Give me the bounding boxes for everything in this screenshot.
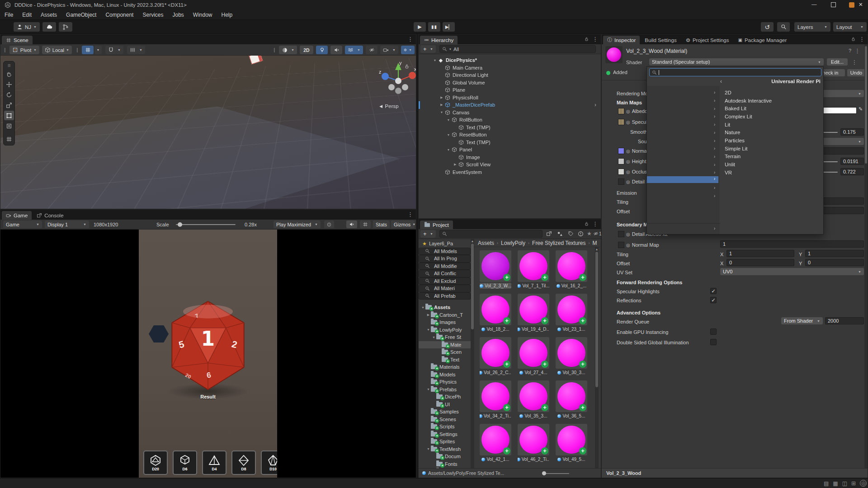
- hierarchy-item[interactable]: Global Volume ›: [419, 79, 601, 87]
- scale-slider-handle[interactable]: [178, 222, 182, 227]
- project-folder-item[interactable]: + Images: [419, 319, 471, 326]
- render-queue-dropdown[interactable]: From Shader▼: [781, 317, 823, 324]
- expand-arrow[interactable]: ▼: [446, 118, 451, 122]
- handle-orientation-dropdown[interactable]: Local▼: [42, 46, 72, 54]
- expand-arrow[interactable]: ▼: [439, 111, 444, 114]
- shader-menu-item[interactable]: › Unlit: [647, 160, 823, 169]
- close-button[interactable]: ✕: [859, 1, 863, 8]
- tab-project[interactable]: Project: [420, 221, 453, 229]
- create-asset-button[interactable]: +▼: [420, 230, 436, 238]
- asset-tile[interactable]: + Vol_2_3_W...: [480, 250, 511, 289]
- tab-package-manager[interactable]: ▣ Package Manager: [734, 36, 791, 44]
- hierarchy-item[interactable]: ▼ ResetButton ›: [419, 131, 601, 139]
- create-gameobject-button[interactable]: +▼: [420, 45, 436, 53]
- asset-tile[interactable]: + Vol_49_5...: [556, 424, 587, 462]
- layout-dropdown[interactable]: Layout▼: [833, 22, 867, 32]
- albedo-texture-thumb[interactable]: [618, 108, 624, 114]
- expand-arrow[interactable]: ▶: [426, 313, 431, 317]
- saved-search-item[interactable]: ★ All Exclud: [419, 277, 471, 285]
- texture-picker-icon[interactable]: ◎: [626, 109, 630, 114]
- detail-mask-thumb[interactable]: [618, 178, 624, 185]
- texture-picker-icon[interactable]: ◎: [626, 243, 630, 248]
- material-thumbnail[interactable]: +: [518, 380, 549, 412]
- inspector-menu-kebab[interactable]: ⋮: [859, 36, 865, 42]
- transform-tool-button[interactable]: [4, 121, 14, 131]
- hierarchy-item[interactable]: Text (TMP) ›: [419, 139, 601, 146]
- hierarchy-item[interactable]: ▼ RollButton ›: [419, 116, 601, 124]
- play-button[interactable]: ▶: [414, 22, 426, 32]
- scale-tool-button[interactable]: [4, 100, 14, 110]
- tool-settings-button[interactable]: ▼: [127, 46, 145, 54]
- project-folder-item[interactable]: ▼ + LowlyPoly: [419, 326, 471, 334]
- undo-history-button[interactable]: ↺: [761, 22, 774, 32]
- hierarchy-search-input[interactable]: ▼ All: [439, 45, 596, 53]
- project-folder-item[interactable]: ▼ + Prefabs: [419, 386, 471, 394]
- snap-increment-button[interactable]: ▼: [105, 46, 123, 54]
- lighting-toggle[interactable]: [316, 46, 328, 54]
- eyedropper-icon[interactable]: ✎: [859, 106, 863, 112]
- albedo-row[interactable]: ◎ Albedo: [618, 108, 647, 115]
- occlusion-texture-thumb[interactable]: [618, 169, 624, 175]
- asset-tile[interactable]: + Vol_18_2...: [480, 294, 511, 332]
- texture-picker-icon[interactable]: ◎: [626, 159, 630, 164]
- gpu-instancing-checkbox[interactable]: [710, 328, 717, 335]
- axis-orientation-gizmo[interactable]: y x z: [378, 59, 416, 102]
- dice-prefab-object[interactable]: [249, 56, 263, 65]
- project-folder-item[interactable]: ▼ + Free St: [419, 333, 471, 341]
- render-queue-value-field[interactable]: 2000: [825, 317, 864, 324]
- tab-build-settings[interactable]: Build Settings: [641, 36, 680, 44]
- filter-by-label-icon[interactable]: [568, 231, 574, 237]
- favorites-star-icon[interactable]: ★: [587, 230, 592, 237]
- asset-tile[interactable]: + Vol_23_1...: [556, 294, 587, 332]
- project-folder-item[interactable]: ▼ + TextMesh: [419, 446, 471, 453]
- scale-slider[interactable]: [176, 224, 236, 225]
- cache-icon[interactable]: ⊞: [851, 480, 856, 487]
- expand-arrow[interactable]: ▼: [432, 59, 438, 62]
- lock-icon[interactable]: [851, 37, 856, 42]
- double-sided-gi-checkbox[interactable]: [710, 339, 717, 345]
- account-dropdown[interactable]: NJ▼: [14, 22, 40, 32]
- normal-texture-thumb[interactable]: [618, 148, 624, 154]
- reflections-checkbox[interactable]: ✓: [710, 297, 717, 303]
- asset-tile[interactable]: + Vol_34_2_Ti...: [480, 380, 511, 419]
- material-thumbnail[interactable]: +: [556, 380, 587, 412]
- hierarchy-item[interactable]: Image ›: [419, 154, 601, 161]
- display-dropdown[interactable]: Display 1▼: [45, 221, 89, 228]
- tab-game[interactable]: Game: [2, 211, 32, 220]
- project-folder-item[interactable]: + Scen: [419, 348, 471, 356]
- hierarchy-item[interactable]: Plane ›: [419, 86, 601, 94]
- open-in-window-icon[interactable]: [546, 231, 552, 237]
- project-folder-item[interactable]: + Physics: [419, 378, 471, 386]
- 2d-toggle[interactable]: 2D: [300, 46, 313, 54]
- asset-tile[interactable]: + Vol_30_3...: [556, 337, 587, 375]
- lock-icon[interactable]: [584, 37, 589, 42]
- grid-visibility-button[interactable]: [82, 46, 94, 54]
- view-tool-button[interactable]: [4, 69, 14, 79]
- camera-settings-dropdown[interactable]: ▼: [380, 46, 398, 54]
- asset-tile[interactable]: + Vol_46_2_Ti...: [518, 424, 549, 462]
- tab-scene[interactable]: Scene: [2, 36, 33, 44]
- header-kebab[interactable]: ⋮: [854, 47, 860, 54]
- material-thumbnail[interactable]: +: [480, 337, 511, 369]
- hierarchy-item[interactable]: Text (TMP) ›: [419, 124, 601, 131]
- shader-menu-item[interactable]: › Terrain: [647, 153, 823, 161]
- shader-menu-item[interactable]: › Nature: [647, 129, 823, 137]
- hierarchy-item[interactable]: ▶ _MasterDicePrefab ›: [419, 101, 601, 109]
- project-folder-item[interactable]: + Sprites: [419, 438, 471, 446]
- secondary-tiling-x-field[interactable]: 1: [726, 250, 794, 257]
- game-viewport[interactable]: 1 5 2 9 7 20 Result: [0, 230, 416, 478]
- saved-search-item[interactable]: ★ All In Prog: [419, 255, 471, 263]
- selected-menu-row[interactable]: ›: [647, 176, 718, 183]
- hierarchy-item[interactable]: ▼ DicePhysics* ›: [419, 56, 601, 64]
- menu-item[interactable]: Edit: [18, 10, 36, 20]
- material-thumbnail[interactable]: +: [556, 250, 587, 282]
- shader-edit-button[interactable]: Edit...: [827, 58, 848, 66]
- asset-tile[interactable]: + Vol_42_1...: [480, 424, 511, 462]
- hierarchy-menu-kebab[interactable]: ⋮: [592, 36, 598, 42]
- detail-albedo-thumb[interactable]: [618, 231, 624, 237]
- project-folder-item[interactable]: + Settings: [419, 431, 471, 438]
- expand-arrow[interactable]: ▶: [439, 96, 444, 99]
- project-grid-scrollbar[interactable]: ▲: [595, 247, 599, 468]
- asset-tile[interactable]: + Vol_27_4...: [518, 337, 549, 375]
- menu-item[interactable]: Window: [189, 10, 217, 20]
